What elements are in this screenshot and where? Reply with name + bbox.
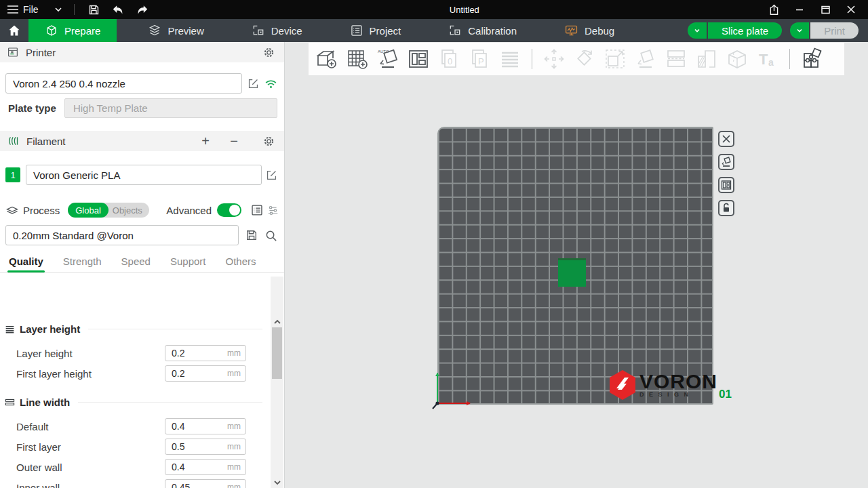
scope-global-button[interactable]: Global <box>68 203 108 218</box>
paste-glyph: P <box>478 56 484 66</box>
tab-preview[interactable]: Preview <box>132 19 220 42</box>
move-button[interactable] <box>542 47 566 71</box>
process-section-title: Process <box>23 205 60 216</box>
tab-support[interactable]: Support <box>170 256 206 272</box>
sidebar: Printer Voron 2.4 250 0.4 nozzle Plate t… <box>0 42 285 488</box>
build-plate[interactable]: VORON DESIGN <box>437 127 713 405</box>
text-tool-icon: Ta <box>756 47 779 70</box>
remove-filament-button[interactable]: − <box>226 134 241 148</box>
arrange-button[interactable] <box>406 47 431 71</box>
gear-icon[interactable] <box>263 47 275 58</box>
printer-preset-combobox[interactable]: Voron 2.4 250 0.4 nozzle <box>5 73 242 94</box>
tab-speed-label: Speed <box>121 256 151 267</box>
param-input[interactable]: 0.4 mm <box>165 418 246 434</box>
process-tabs: Quality Strength Speed Support Others <box>0 253 284 273</box>
publish-button[interactable] <box>762 1 785 18</box>
param-unit: mm <box>227 462 241 472</box>
group-title: Layer height <box>20 323 80 335</box>
scroll-down-icon[interactable] <box>273 480 281 485</box>
lay-on-face-button[interactable] <box>633 47 658 71</box>
paste-button[interactable]: P <box>467 47 492 71</box>
sidebar-scrollbar[interactable] <box>271 277 283 488</box>
parameter-table-icon[interactable] <box>251 204 263 216</box>
plate-type-row: Plate type High Temp Plate <box>0 98 284 118</box>
tab-quality[interactable]: Quality <box>9 256 43 272</box>
tab-strength[interactable]: Strength <box>63 256 102 272</box>
edit-icon[interactable] <box>248 78 259 89</box>
slice-plate-dropdown[interactable] <box>688 22 707 39</box>
slice-plate-button[interactable]: Slice plate <box>708 22 782 39</box>
add-filament-button[interactable]: + <box>198 134 213 148</box>
search-icon[interactable] <box>264 229 277 242</box>
save-button[interactable] <box>85 1 103 18</box>
param-label: First layer height <box>0 368 92 380</box>
split-to-objects-icon <box>665 47 688 70</box>
advanced-toggle[interactable] <box>217 203 241 217</box>
home-icon <box>7 24 21 37</box>
text-tool-button[interactable]: Ta <box>755 47 780 71</box>
print-button[interactable]: Print <box>810 22 859 39</box>
viewport-3d[interactable]: AUTO 0 P <box>285 42 868 488</box>
param-input[interactable]: 0.45 mm <box>165 479 246 488</box>
close-button[interactable] <box>840 1 863 18</box>
tab-others[interactable]: Others <box>226 256 256 272</box>
tab-device[interactable]: Device <box>235 19 319 42</box>
split-to-parts-button[interactable] <box>694 47 719 71</box>
process-preset-combobox[interactable]: 0.20mm Standard @Voron <box>5 225 239 245</box>
filament-section-header: Filament + − <box>0 131 284 151</box>
auto-orient-button[interactable]: AUTO <box>376 47 400 71</box>
add-object-button[interactable] <box>315 47 339 71</box>
param-input[interactable]: 0.2 mm <box>165 345 246 361</box>
arrange-plate-button[interactable] <box>718 177 734 193</box>
scroll-up-icon[interactable] <box>273 319 281 325</box>
mesh-boolean-button[interactable] <box>725 47 749 71</box>
param-input[interactable]: 0.4 mm <box>165 459 246 475</box>
delete-plate-button[interactable] <box>718 131 734 147</box>
gear-icon[interactable] <box>263 136 275 147</box>
toolbar-divider <box>532 49 532 69</box>
rotate-button[interactable] <box>572 47 597 71</box>
orient-plate-button[interactable] <box>718 154 734 170</box>
tab-calibration[interactable]: Calibration <box>432 19 533 42</box>
param-row: Default 0.4 mm <box>0 416 271 436</box>
home-button[interactable] <box>0 19 28 42</box>
debug-monitor-icon <box>564 24 578 37</box>
parameter-settings-icon[interactable] <box>267 205 279 216</box>
redo-button[interactable] <box>133 1 152 18</box>
lock-plate-icon <box>721 203 732 214</box>
scale-button[interactable] <box>603 47 627 71</box>
undo-button[interactable] <box>108 1 127 18</box>
split-to-objects-button[interactable] <box>664 47 688 71</box>
layers-table-button[interactable] <box>498 47 522 71</box>
maximize-button[interactable] <box>814 1 837 18</box>
save-preset-icon[interactable] <box>245 229 258 241</box>
add-plate-button[interactable] <box>345 47 370 71</box>
voron-hexagon-icon <box>608 369 637 401</box>
param-value: 0.4 <box>172 421 227 432</box>
param-input[interactable]: 0.5 mm <box>165 439 246 455</box>
chevron-down-icon <box>795 26 804 35</box>
plate-type-label: Plate type <box>7 102 56 114</box>
undo-icon <box>112 5 124 15</box>
file-menu[interactable]: File <box>7 4 39 15</box>
scope-objects-button[interactable]: Objects <box>108 205 149 216</box>
wifi-icon[interactable] <box>264 78 277 89</box>
tab-project[interactable]: Project <box>334 19 418 42</box>
filament-preset-combobox[interactable]: Voron Generic PLA <box>26 165 262 185</box>
edit-icon[interactable] <box>266 169 277 181</box>
scrollbar-thumb[interactable] <box>272 327 282 379</box>
tab-speed[interactable]: Speed <box>121 256 151 272</box>
plate-type-select[interactable]: High Temp Plate <box>64 98 277 118</box>
assembly-button[interactable] <box>800 47 824 71</box>
parameter-list: Layer height Layer height 0.2 mm First l… <box>0 313 271 488</box>
lock-plate-button[interactable] <box>718 200 734 216</box>
tab-calibration-label: Calibration <box>468 25 517 37</box>
minimize-button[interactable] <box>788 1 811 18</box>
model-object-cube[interactable] <box>558 258 586 287</box>
copy-button[interactable]: 0 <box>437 47 461 71</box>
tab-prepare[interactable]: Prepare <box>28 19 117 42</box>
param-input[interactable]: 0.2 mm <box>165 365 246 382</box>
print-dropdown[interactable] <box>790 22 809 39</box>
tab-debug[interactable]: Debug <box>548 19 631 42</box>
chevron-down-icon[interactable] <box>54 5 63 14</box>
